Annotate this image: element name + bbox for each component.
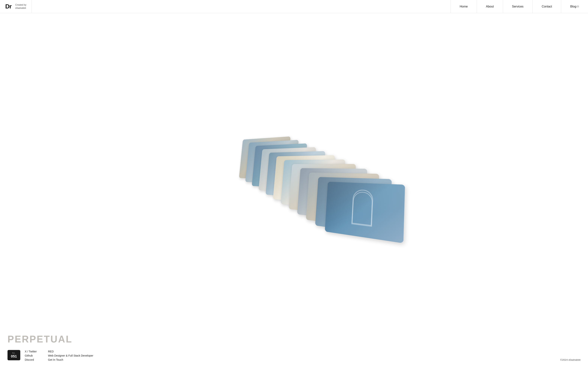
footer-bottom: No. 051 X / Twitter Github Discord RED W… (8, 350, 580, 361)
nav-about[interactable]: About (477, 0, 503, 13)
link-twitter[interactable]: X / Twitter (25, 350, 37, 353)
footer-col-social: X / Twitter Github Discord (25, 350, 37, 361)
logo[interactable]: Dr (5, 3, 12, 10)
hero-section (0, 13, 588, 328)
nav-services[interactable]: Services (503, 0, 533, 13)
footer-badge: No. 051 (8, 350, 20, 360)
footer-copyright: ©2024 d3adrabbit (560, 359, 580, 361)
logo-section: Dr Created by d3adrabbit (0, 0, 32, 13)
footer-contact-link[interactable]: Get In Touch (48, 358, 93, 361)
nav-contact[interactable]: Contact (533, 0, 561, 13)
nav-home[interactable]: Home (450, 0, 477, 13)
footer-links: X / Twitter Github Discord RED Web Desig… (25, 350, 93, 361)
card-stack (236, 131, 370, 223)
perpetual-title: PERPETUAL (8, 334, 580, 345)
logo-byline: Created by d3adrabbit (15, 3, 27, 10)
link-github[interactable]: Github (25, 354, 37, 357)
footer-color: RED (48, 350, 93, 353)
site-footer: PERPETUAL No. 051 X / Twitter Github Dis… (0, 328, 588, 368)
nav-blog[interactable]: Blog(2) (561, 0, 588, 13)
link-discord[interactable]: Discord (25, 358, 37, 361)
footer-role: Web Designer & Full Stack Developer (48, 354, 93, 357)
blog-badge: (2) (577, 5, 579, 8)
site-header: Dr Created by d3adrabbit Home About Serv… (0, 0, 588, 13)
main-nav: Home About Services Contact Blog(2) (450, 0, 588, 13)
footer-col-info: RED Web Designer & Full Stack Developer … (48, 350, 93, 361)
